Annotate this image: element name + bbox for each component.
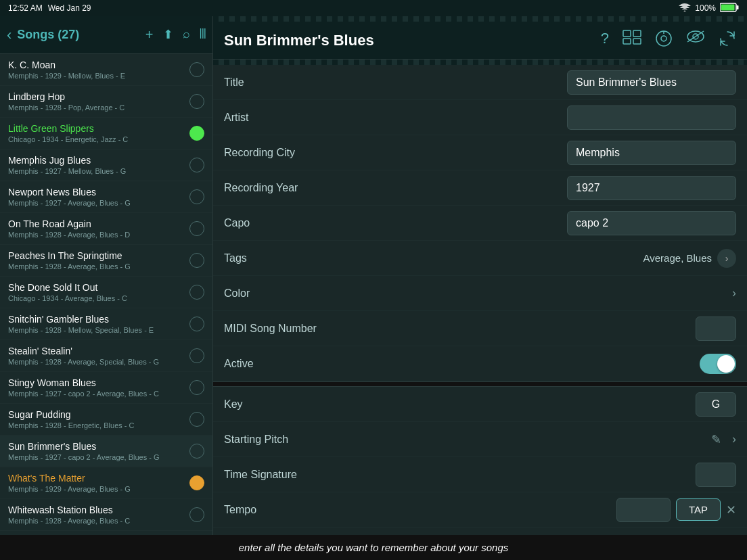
add-song-button[interactable]: + xyxy=(145,27,154,43)
midi-value xyxy=(359,317,736,341)
starting-pitch-row: Starting Pitch ✎ › xyxy=(213,422,747,457)
song-circle-indicator xyxy=(189,412,204,427)
bottom-hint-text: enter all the details you want to rememb… xyxy=(239,542,509,553)
list-item[interactable]: Lindberg HopMemphis - 1928 - Pop, Averag… xyxy=(0,86,212,118)
bottom-bar: enter all the details you want to rememb… xyxy=(0,535,747,560)
active-row: Active xyxy=(213,346,747,381)
eye-button[interactable] xyxy=(686,30,705,51)
battery-icon xyxy=(720,3,739,14)
title-value xyxy=(359,70,736,95)
tempo-input[interactable] xyxy=(616,498,671,522)
time-sig-row: Time Signature xyxy=(213,457,747,492)
artist-label: Artist xyxy=(224,112,359,124)
grid-view-button[interactable] xyxy=(622,30,641,51)
song-name: She Done Sold It Out xyxy=(8,282,184,293)
artist-row: Artist xyxy=(213,100,747,135)
tags-chevron-button[interactable]: › xyxy=(717,249,736,268)
list-item[interactable]: Sugar PuddingMemphis - 1928 - Energetic,… xyxy=(0,404,212,436)
capo-input[interactable] xyxy=(567,211,736,235)
song-meta: Memphis - 1927 - capo 2 - Average, Blues… xyxy=(8,390,184,398)
list-item[interactable]: Whitewash Station BluesMemphis - 1928 - … xyxy=(0,499,212,531)
recording-city-label: Recording City xyxy=(224,147,359,159)
recording-city-value xyxy=(359,141,736,165)
song-circle-indicator xyxy=(189,158,204,172)
header-action-buttons: ? xyxy=(601,30,736,51)
search-button[interactable]: ⌕ xyxy=(183,27,190,43)
song-circle-indicator xyxy=(189,444,204,459)
list-item[interactable]: Little Green SlippersChicago - 1934 - En… xyxy=(0,118,212,149)
pitch-edit-icon[interactable]: ✎ xyxy=(711,432,721,447)
midi-input[interactable] xyxy=(696,317,736,341)
active-toggle[interactable] xyxy=(700,354,736,374)
list-item[interactable]: What's The MatterMemphis - 1929 - Averag… xyxy=(0,467,212,499)
song-circle-indicator xyxy=(189,507,204,522)
title-input[interactable] xyxy=(567,70,736,95)
artist-value xyxy=(359,106,736,130)
song-circle-indicator xyxy=(189,126,204,141)
list-item[interactable]: Stingy Woman BluesMemphis - 1927 - capo … xyxy=(0,372,212,404)
recording-year-input[interactable] xyxy=(567,176,736,200)
recording-city-input[interactable] xyxy=(567,141,736,165)
time-sig-value xyxy=(359,463,736,487)
song-circle-indicator xyxy=(189,475,204,490)
list-item[interactable]: K. C. MoanMemphis - 1929 - Mellow, Blues… xyxy=(0,54,212,86)
tags-value-container: Average, Blues › xyxy=(359,249,736,268)
tempo-row: Tempo TAP ✕ xyxy=(213,492,747,528)
midi-label: MIDI Song Number xyxy=(224,323,359,335)
song-meta: Memphis - 1927 - capo 2 - Average, Blues… xyxy=(8,453,184,461)
song-circle-indicator xyxy=(189,317,204,331)
color-value: › xyxy=(359,286,736,300)
tempo-label: Tempo xyxy=(224,504,359,516)
song-name: Snitchin' Gambler Blues xyxy=(8,314,184,325)
tap-button[interactable]: TAP xyxy=(676,498,721,521)
list-item[interactable]: Memphis Jug BluesMemphis - 1927 - Mellow… xyxy=(0,149,212,181)
capo-row: Capo xyxy=(213,206,747,241)
song-meta: Memphis - 1928 - Mellow, Special, Blues … xyxy=(8,326,184,334)
levels-button[interactable]: ||| xyxy=(200,27,206,43)
song-detail-title: Sun Brimmer's Blues xyxy=(224,32,374,49)
song-meta: Memphis - 1928 - Pop, Average - C xyxy=(8,103,184,112)
right-panel: Sun Brimmer's Blues ? xyxy=(213,16,747,535)
main-container: ‹ Songs (27) + ⬆ ⌕ ||| K. C. MoanMemphis… xyxy=(0,16,747,535)
song-name: Sun Brimmer's Blues xyxy=(8,441,184,452)
list-item[interactable]: Newport News BluesMemphis - 1927 - Avera… xyxy=(0,181,212,213)
back-button[interactable]: ‹ xyxy=(7,26,12,44)
list-item[interactable]: Sun Brimmer's BluesMemphis - 1927 - capo… xyxy=(0,436,212,467)
tempo-subdivisions-row: Tempo Subdivisions › xyxy=(213,528,747,535)
key-label: Key xyxy=(224,398,359,411)
list-item[interactable]: Snitchin' Gambler BluesMemphis - 1928 - … xyxy=(0,308,212,340)
striped-header-2 xyxy=(213,60,747,65)
sidebar-actions: + ⬆ ⌕ ||| xyxy=(145,27,206,43)
title-row: Title xyxy=(213,65,747,100)
pitch-chevron[interactable]: › xyxy=(732,432,736,446)
list-item[interactable]: Peaches In The SpringtimeMemphis - 1928 … xyxy=(0,245,212,277)
svg-rect-3 xyxy=(623,30,631,37)
capo-label: Capo xyxy=(224,217,359,229)
time-display: 12:52 AM xyxy=(8,3,43,13)
song-name: Newport News Blues xyxy=(8,187,184,197)
right-header: Sun Brimmer's Blues ? xyxy=(213,22,747,60)
song-circle-indicator xyxy=(189,62,204,77)
song-circle-indicator xyxy=(189,380,204,395)
tempo-value: TAP ✕ xyxy=(359,498,736,522)
tempo-reset-button[interactable]: ✕ xyxy=(726,503,736,517)
recording-year-row: Recording Year xyxy=(213,170,747,206)
sidebar: ‹ Songs (27) + ⬆ ⌕ ||| K. C. MoanMemphis… xyxy=(0,16,213,535)
battery-percentage: 100% xyxy=(695,3,716,13)
list-item[interactable]: She Done Sold It OutChicago - 1934 - Ave… xyxy=(0,277,212,308)
list-item[interactable]: On The Road AgainMemphis - 1928 - Averag… xyxy=(0,213,212,245)
artist-input[interactable] xyxy=(567,106,736,130)
time-sig-input[interactable] xyxy=(696,463,736,487)
sync-button[interactable] xyxy=(719,30,736,51)
list-item[interactable]: Stealin' Stealin'Memphis - 1928 - Averag… xyxy=(0,340,212,372)
sidebar-header: ‹ Songs (27) + ⬆ ⌕ ||| xyxy=(0,16,212,54)
dial-button[interactable] xyxy=(655,30,673,51)
song-name: K. C. Moan xyxy=(8,60,184,70)
song-name: Stingy Woman Blues xyxy=(8,377,184,388)
song-circle-indicator xyxy=(189,348,204,363)
svg-rect-2 xyxy=(721,4,735,10)
key-input[interactable] xyxy=(696,392,736,417)
export-button[interactable]: ⬆ xyxy=(163,27,173,43)
help-button[interactable]: ? xyxy=(601,30,609,51)
color-chevron[interactable]: › xyxy=(732,286,736,300)
